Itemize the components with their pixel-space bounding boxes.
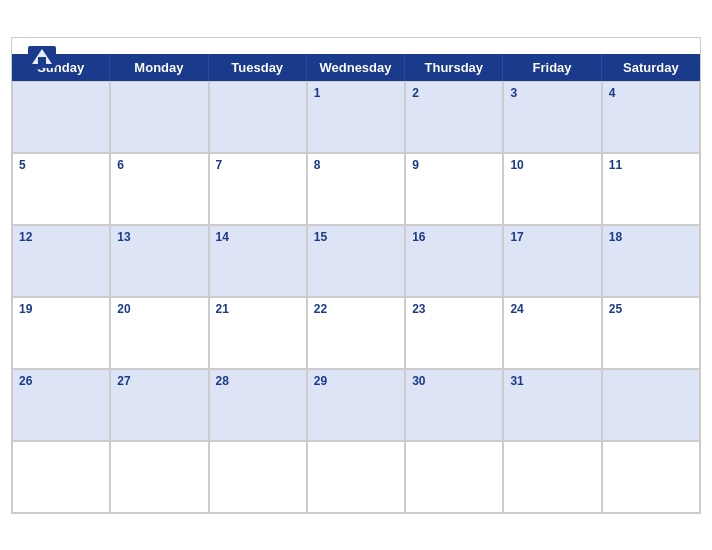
date-number: 18 <box>609 230 693 244</box>
calendar-cell <box>12 441 110 513</box>
calendar-container: Sunday Monday Tuesday Wednesday Thursday… <box>11 37 701 514</box>
calendar-cell: 27 <box>110 369 208 441</box>
calendar-cell: 14 <box>209 225 307 297</box>
calendar-cell: 26 <box>12 369 110 441</box>
date-number: 8 <box>314 158 398 172</box>
date-number: 17 <box>510 230 594 244</box>
calendar-cell: 23 <box>405 297 503 369</box>
calendar-cell: 24 <box>503 297 601 369</box>
calendar-cell: 29 <box>307 369 405 441</box>
logo-area <box>28 46 60 68</box>
calendar-cell: 30 <box>405 369 503 441</box>
date-number: 3 <box>510 86 594 100</box>
date-number: 16 <box>412 230 496 244</box>
date-number: 21 <box>216 302 300 316</box>
calendar-cell <box>307 441 405 513</box>
date-number: 10 <box>510 158 594 172</box>
calendar-cell: 2 <box>405 81 503 153</box>
calendar-cell: 28 <box>209 369 307 441</box>
date-number: 2 <box>412 86 496 100</box>
date-number: 31 <box>510 374 594 388</box>
calendar-cell: 12 <box>12 225 110 297</box>
calendar-cell <box>602 369 700 441</box>
date-number: 1 <box>314 86 398 100</box>
calendar-cell: 31 <box>503 369 601 441</box>
calendar-cell <box>602 441 700 513</box>
calendar-cell <box>110 441 208 513</box>
date-number: 26 <box>19 374 103 388</box>
calendar-header <box>12 38 700 54</box>
date-number: 11 <box>609 158 693 172</box>
calendar-cell: 6 <box>110 153 208 225</box>
calendar-cell: 4 <box>602 81 700 153</box>
calendar-cell: 13 <box>110 225 208 297</box>
date-number: 5 <box>19 158 103 172</box>
calendar-cell <box>209 441 307 513</box>
calendar-cell: 9 <box>405 153 503 225</box>
date-number: 13 <box>117 230 201 244</box>
calendar-cell: 17 <box>503 225 601 297</box>
date-number: 4 <box>609 86 693 100</box>
calendar-cell: 18 <box>602 225 700 297</box>
day-friday: Friday <box>503 54 601 81</box>
calendar-cell: 5 <box>12 153 110 225</box>
date-number: 19 <box>19 302 103 316</box>
calendar-cell: 10 <box>503 153 601 225</box>
day-saturday: Saturday <box>602 54 700 81</box>
date-number: 29 <box>314 374 398 388</box>
calendar-cell: 15 <box>307 225 405 297</box>
calendar-cell <box>405 441 503 513</box>
generalblue-logo-icon <box>28 46 56 68</box>
calendar-cell: 25 <box>602 297 700 369</box>
calendar-cell: 20 <box>110 297 208 369</box>
date-number: 24 <box>510 302 594 316</box>
calendar-cell <box>12 81 110 153</box>
calendar-cell: 3 <box>503 81 601 153</box>
calendar-cell <box>503 441 601 513</box>
calendar-cell: 19 <box>12 297 110 369</box>
date-number: 7 <box>216 158 300 172</box>
calendar-cell: 21 <box>209 297 307 369</box>
calendar-cell: 16 <box>405 225 503 297</box>
calendar-cell: 1 <box>307 81 405 153</box>
day-thursday: Thursday <box>405 54 503 81</box>
date-number: 28 <box>216 374 300 388</box>
date-number: 22 <box>314 302 398 316</box>
calendar-cell: 22 <box>307 297 405 369</box>
calendar-cell: 8 <box>307 153 405 225</box>
days-header: Sunday Monday Tuesday Wednesday Thursday… <box>12 54 700 81</box>
calendar-grid: 1234567891011121314151617181920212223242… <box>12 81 700 513</box>
svg-rect-2 <box>38 57 46 64</box>
calendar-cell <box>209 81 307 153</box>
calendar-cell <box>110 81 208 153</box>
date-number: 20 <box>117 302 201 316</box>
day-monday: Monday <box>110 54 208 81</box>
date-number: 14 <box>216 230 300 244</box>
day-tuesday: Tuesday <box>209 54 307 81</box>
date-number: 30 <box>412 374 496 388</box>
day-wednesday: Wednesday <box>307 54 405 81</box>
date-number: 15 <box>314 230 398 244</box>
date-number: 12 <box>19 230 103 244</box>
day-sunday: Sunday <box>12 54 110 81</box>
date-number: 25 <box>609 302 693 316</box>
calendar-cell: 11 <box>602 153 700 225</box>
date-number: 9 <box>412 158 496 172</box>
date-number: 23 <box>412 302 496 316</box>
date-number: 27 <box>117 374 201 388</box>
calendar-cell: 7 <box>209 153 307 225</box>
date-number: 6 <box>117 158 201 172</box>
